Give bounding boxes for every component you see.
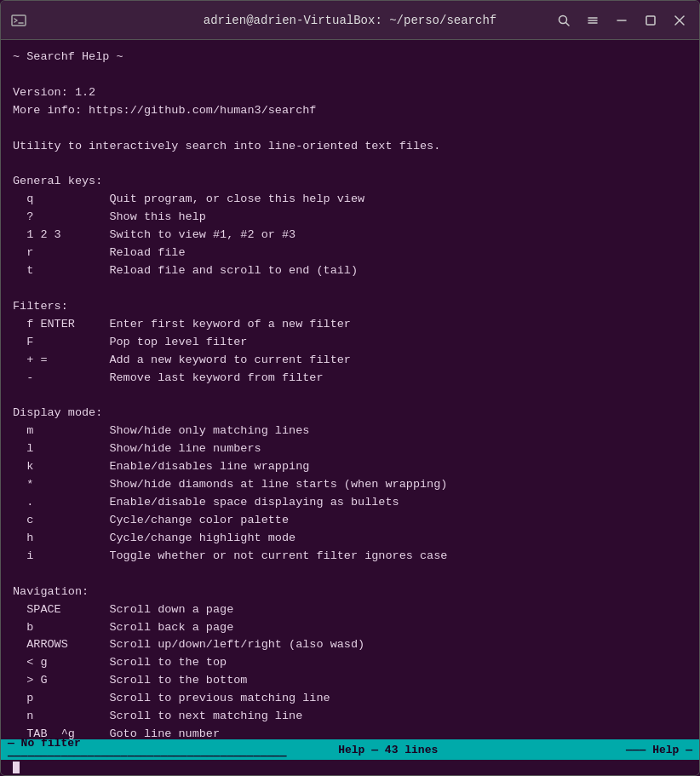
close-button[interactable] [668,9,691,32]
window-controls [553,9,691,32]
key-question: ? Show this help [13,210,206,223]
status-mode: ——— Help — [490,744,692,756]
minimize-button[interactable] [611,9,633,32]
key-less-g: < g Scroll to the top [13,656,227,669]
maximize-button[interactable] [640,9,662,32]
cursor-line [1,760,699,775]
status-bar: — No filter ————————————————————————————… [1,739,699,760]
status-filter: — No filter ————————————————————————————… [8,737,287,762]
status-mode-text: ——— Help — [626,744,692,756]
key-greater-G: > G Scroll to the bottom [13,674,247,687]
status-filter-text: — No filter ————————————————————————————… [8,737,287,762]
status-info-text: Help — 43 lines [338,744,438,756]
terminal-icon [9,11,28,30]
svg-rect-0 [12,15,26,26]
cursor [13,762,20,773]
key-star: * Show/hide diamonds at line starts (whe… [13,478,447,491]
search-button[interactable] [553,9,575,32]
version-line: Version: 1.2 [13,86,95,99]
key-b: b Scroll back a page [13,621,233,634]
key-i: i Toggle whether or not current filter i… [13,549,447,562]
menu-button[interactable] [582,9,604,32]
terminal-body: ~ Searchf Help ~ Version: 1.2 More info:… [1,40,699,739]
status-info: Help — 43 lines [287,744,490,756]
key-t: t Reload file and scroll to end (tail) [13,264,358,277]
key-shift-f: F Pop top level filter [13,336,247,348]
window-title: adrien@adrien-VirtualBox: ~/perso/search… [204,14,496,27]
titlebar: adrien@adrien-VirtualBox: ~/perso/search… [1,1,699,40]
titlebar-left [9,11,28,30]
key-123: 1 2 3 Switch to view #1, #2 or #3 [13,228,295,241]
key-q: q Quit program, or close this help view [13,193,364,205]
terminal-content: ~ Searchf Help ~ Version: 1.2 More info:… [13,49,687,739]
navigation-header: Navigation: [13,585,89,598]
key-plus-eq: + = Add a new keyword to current filter [13,354,351,366]
key-n: n Scroll to next matching line [13,710,302,722]
terminal-window: adrien@adrien-VirtualBox: ~/perso/search… [0,0,700,776]
info-line: More info: https://github.com/human3/sea… [13,104,316,117]
filters-header: Filters: [13,300,68,313]
key-k: k Enable/disables line wrapping [13,460,309,473]
key-p: p Scroll to previous matching line [13,692,330,704]
key-h: h Cycle/change highlight mode [13,532,295,544]
key-space: SPACE Scroll down a page [13,603,233,616]
display-mode-header: Display mode: [13,406,102,419]
utility-desc: Utility to interactively search into lin… [13,140,440,152]
key-f-enter: f ENTER Enter first keyword of a new fil… [13,318,351,331]
key-minus: - Remove last keyword from filter [13,371,324,384]
svg-rect-8 [646,16,655,25]
key-c: c Cycle/change color palette [13,514,289,526]
general-keys-header: General keys: [13,175,102,187]
svg-line-3 [566,22,570,26]
key-arrows: ARROWS Scroll up/down/left/right (also w… [13,638,364,651]
key-l: l Show/hide line numbers [13,442,261,455]
help-title: ~ Searchf Help ~ [13,50,123,63]
key-m: m Show/hide only matching lines [13,424,309,437]
key-dot: . Enable/disable space displaying as bul… [13,496,399,509]
key-r: r Reload file [13,246,186,259]
